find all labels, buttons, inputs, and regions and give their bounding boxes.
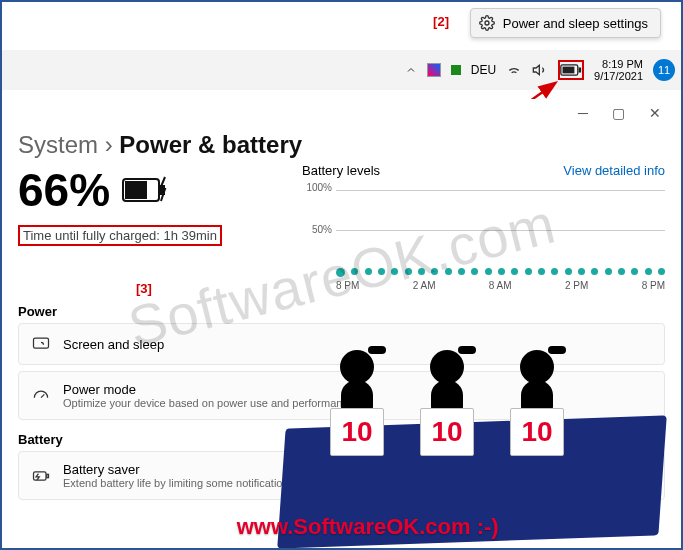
gauge-icon <box>31 386 51 406</box>
svg-rect-2 <box>563 67 575 74</box>
chart-title: Battery levels <box>302 163 380 178</box>
tray-indicator-icon[interactable] <box>451 65 461 75</box>
minimize-button[interactable]: ─ <box>578 105 588 121</box>
maximize-button[interactable]: ▢ <box>612 105 625 121</box>
popup-label: Power and sleep settings <box>503 16 648 31</box>
battery-percent: 66% <box>18 163 288 217</box>
breadcrumb: System › Power & battery <box>6 121 677 163</box>
footer-url: www.SoftwareOK.com :-) <box>237 514 499 540</box>
svg-rect-6 <box>125 181 147 199</box>
view-detailed-link[interactable]: View detailed info <box>563 163 665 178</box>
annotation-2: [2] <box>433 14 449 29</box>
battery-charging-icon <box>122 175 168 205</box>
chevron-right-icon: › <box>105 131 113 158</box>
battery-chart: 100% 50% 8 PM 2 AM 8 AM 2 PM 8 PM <box>302 182 665 292</box>
overlay-judge: 10 <box>322 350 392 456</box>
page-title: Power & battery <box>119 131 302 158</box>
date: 9/17/2021 <box>594 70 643 82</box>
battery-tray-icon[interactable] <box>558 60 584 80</box>
svg-rect-10 <box>47 474 49 477</box>
svg-point-0 <box>485 21 489 25</box>
close-button[interactable]: ✕ <box>649 105 661 121</box>
svg-rect-9 <box>34 471 47 479</box>
gear-icon <box>479 15 495 31</box>
system-tray: DEU 8:19 PM 9/17/2021 11 <box>405 58 675 82</box>
section-power: Power <box>18 304 677 319</box>
taskbar: DEU 8:19 PM 9/17/2021 11 <box>2 50 681 90</box>
notification-badge[interactable]: 11 <box>653 59 675 81</box>
screen-icon <box>31 334 51 354</box>
window-controls: ─ ▢ ✕ <box>6 99 677 121</box>
power-sleep-popup[interactable]: Power and sleep settings <box>470 8 661 38</box>
overlay-judge: 10 <box>412 350 482 456</box>
clock[interactable]: 8:19 PM 9/17/2021 <box>594 58 643 82</box>
language-indicator[interactable]: DEU <box>471 63 496 77</box>
volume-icon[interactable] <box>532 62 548 78</box>
card-subtitle: Optimize your device based on power use … <box>63 397 354 409</box>
tray-app-icon[interactable] <box>427 63 441 77</box>
chevron-up-icon[interactable] <box>405 64 417 76</box>
breadcrumb-root[interactable]: System <box>18 131 98 158</box>
battery-saver-icon <box>31 466 51 486</box>
card-title: Screen and sleep <box>63 337 164 352</box>
annotation-3: [3] <box>136 281 152 296</box>
time-until-charged: Time until fully charged: 1h 39min <box>18 225 222 246</box>
overlay-judge: 10 <box>502 350 572 456</box>
card-title: Power mode <box>63 382 354 397</box>
wifi-icon[interactable] <box>506 62 522 78</box>
time: 8:19 PM <box>594 58 643 70</box>
chart-dots <box>336 268 665 277</box>
svg-rect-8 <box>34 338 49 348</box>
svg-rect-3 <box>579 67 582 72</box>
